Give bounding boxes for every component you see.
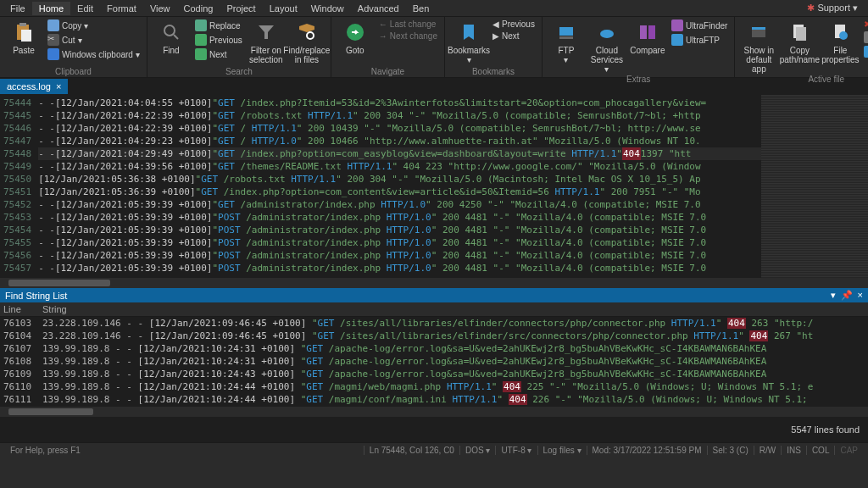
find-next-button[interactable]: Next <box>193 47 244 61</box>
status-col[interactable]: COL <box>806 446 835 455</box>
find-result-row[interactable]: 76108139.99.189.8 - - [12/Jan/2021:10:24… <box>0 355 868 368</box>
status-bar: For Help, press F1 Ln 75448, Col 126, C0… <box>0 442 868 458</box>
windows-clipboard-button[interactable]: Windows clipboard ▾ <box>46 47 142 61</box>
menu-edit[interactable]: Edit <box>70 2 100 15</box>
status-rw: R/W <box>754 446 781 455</box>
menu-project[interactable]: Project <box>220 2 262 15</box>
ultraftp-button[interactable]: UltraFTP <box>670 33 729 47</box>
clipboard-group-label: Clipboard <box>5 66 142 77</box>
svg-rect-2 <box>21 30 31 42</box>
menu-ben[interactable]: Ben <box>406 2 437 15</box>
find-result-row[interactable]: 76110139.99.189.8 - - [12/Jan/2021:10:24… <box>0 380 868 393</box>
svg-rect-11 <box>640 25 647 39</box>
email-icon <box>864 46 868 58</box>
tab-bar: access.log × <box>0 78 868 95</box>
menu-home[interactable]: Home <box>32 2 70 15</box>
col-header-string[interactable]: String <box>39 302 868 316</box>
svg-rect-16 <box>796 27 806 41</box>
find-result-row[interactable]: 76107139.99.189.8 - - [12/Jan/2021:10:24… <box>0 342 868 355</box>
status-selection: Sel: 3 (C) <box>707 446 754 455</box>
svg-point-10 <box>600 30 614 38</box>
find-in-files-button[interactable]: Find/replace in files <box>288 19 326 64</box>
status-cap: CAP <box>834 446 863 455</box>
compare-button[interactable]: Compare <box>629 19 666 55</box>
chevron-left-icon: ◀ <box>492 19 499 29</box>
close-panel-icon[interactable]: × <box>858 290 863 301</box>
find-list-footer: 5547 lines found <box>0 417 868 442</box>
find-list-title: Find String List <box>5 291 67 301</box>
find-result-row[interactable]: 76109139.99.189.8 - - [12/Jan/2021:10:24… <box>0 368 868 380</box>
find-previous-button[interactable]: Previous <box>193 33 244 47</box>
svg-rect-12 <box>648 25 655 39</box>
editor-pane[interactable]: 7544475445754467544775448754497545075451… <box>0 95 868 278</box>
svg-rect-1 <box>19 23 26 26</box>
paste-button[interactable]: Paste <box>5 19 42 55</box>
menu-advanced[interactable]: Advanced <box>351 2 406 15</box>
last-change-button: ← Last change <box>377 19 439 30</box>
col-header-line[interactable]: Line <box>0 302 39 316</box>
svg-point-3 <box>164 25 175 36</box>
menu-coding[interactable]: Coding <box>177 2 220 15</box>
minimap[interactable] <box>761 95 868 278</box>
replace-button[interactable]: Replace <box>193 19 244 32</box>
bookmark-previous-button[interactable]: ◀ Previous <box>491 19 537 30</box>
show-in-default-app-button[interactable]: Show in default app <box>740 19 777 74</box>
find-result-row[interactable]: 76111139.99.189.8 - - [12/Jan/2021:10:24… <box>0 393 868 406</box>
cut-button[interactable]: ✂Cut ▾ <box>46 33 142 47</box>
status-modified: Mod: 3/17/2022 12:51:59 PM <box>587 446 707 455</box>
menu-window[interactable]: Window <box>304 2 351 15</box>
status-lineending[interactable]: DOS ▾ <box>459 446 495 455</box>
panel-menu-icon[interactable]: ▾ <box>831 290 836 301</box>
svg-marker-5 <box>259 25 274 39</box>
svg-point-6 <box>307 32 314 39</box>
rename-icon <box>864 31 868 43</box>
filter-selection-button[interactable]: Filter on selection <box>248 19 285 64</box>
svg-point-18 <box>839 31 848 40</box>
file-tab-access-log[interactable]: access.log × <box>0 79 68 94</box>
line-gutter: 7544475445754467544775448754497545075451… <box>0 95 36 278</box>
pin-icon[interactable]: 📌 <box>841 290 853 301</box>
menu-format[interactable]: Format <box>100 2 143 15</box>
menu-layout[interactable]: Layout <box>263 2 304 15</box>
editor-hscroll[interactable] <box>0 278 868 288</box>
cloud-services-button[interactable]: Cloud Services ▾ <box>588 19 626 74</box>
status-encoding[interactable]: UTF-8 ▾ <box>495 446 537 455</box>
find-result-row[interactable]: 7610323.228.109.146 - - [12/Jan/2021:09:… <box>0 317 868 330</box>
status-filetype[interactable]: Log files ▾ <box>537 446 587 455</box>
goto-button[interactable]: Goto <box>337 19 374 55</box>
file-properties-button[interactable]: File properties <box>821 19 859 64</box>
find-button[interactable]: Find <box>153 19 190 55</box>
find-result-row[interactable]: 7610423.228.109.146 - - [12/Jan/2021:09:… <box>0 330 868 342</box>
find-list-body[interactable]: 7610323.228.109.146 - - [12/Jan/2021:09:… <box>0 317 868 407</box>
find-hscroll[interactable] <box>0 407 868 417</box>
arrow-right-icon: → <box>379 31 387 41</box>
code-area[interactable]: - - [12/Jan/2021:04:04:55 +0100] "GET /i… <box>36 95 761 278</box>
copy-path-button[interactable]: Copy path/name <box>781 19 818 64</box>
copy-button[interactable]: Copy ▾ <box>46 19 142 32</box>
support-menu[interactable]: ✱ Support ▾ <box>800 1 865 15</box>
scrollbar-thumb[interactable] <box>8 280 110 286</box>
bookmark-next-button[interactable]: ▶ Next <box>491 30 537 42</box>
menu-bar: FileHomeEditFormatViewCodingProjectLayou… <box>0 0 868 17</box>
delete-icon: ✖ <box>864 19 868 29</box>
ftp-button[interactable]: FTP ▾ <box>548 19 585 64</box>
scrollbar-thumb[interactable] <box>8 408 93 415</box>
svg-rect-8 <box>559 27 573 36</box>
svg-rect-14 <box>752 27 765 30</box>
svg-line-4 <box>174 35 178 39</box>
bookmarks-button[interactable]: Bookmarks ▾ <box>450 19 487 64</box>
delete-file-button[interactable]: ✖ Delete <box>862 19 868 30</box>
find-result-row[interactable]: 76112139.99.189.8 - - [12/Jan/2021:10:24… <box>0 406 868 407</box>
status-position: Ln 75448, Col 126, C0 <box>364 446 459 455</box>
ultrafinder-button[interactable]: UltraFinder <box>670 19 729 32</box>
close-tab-icon[interactable]: × <box>56 81 61 92</box>
rename-file-button[interactable]: Rename <box>862 30 868 44</box>
menu-file[interactable]: File <box>3 2 32 15</box>
arrow-left-icon: ← <box>379 19 387 29</box>
ribbon: Paste Copy ▾ ✂Cut ▾ Windows clipboard ▾ … <box>0 17 868 78</box>
menu-view[interactable]: View <box>143 2 177 15</box>
email-file-button[interactable]: Email <box>862 45 868 58</box>
status-ins[interactable]: INS <box>781 446 806 455</box>
find-list-header: Line String <box>0 302 868 317</box>
scissors-icon: ✂ <box>47 34 59 46</box>
